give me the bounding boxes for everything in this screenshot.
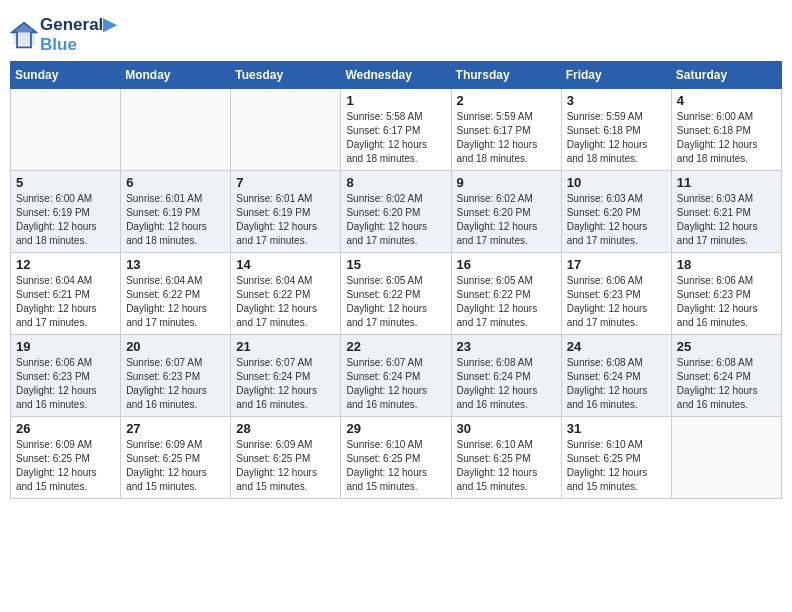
day-header-wednesday: Wednesday — [341, 62, 451, 89]
day-number: 16 — [457, 257, 556, 272]
day-info: Sunrise: 6:09 AM Sunset: 6:25 PM Dayligh… — [236, 438, 335, 494]
day-info: Sunrise: 6:01 AM Sunset: 6:19 PM Dayligh… — [126, 192, 225, 248]
day-info: Sunrise: 6:06 AM Sunset: 6:23 PM Dayligh… — [567, 274, 666, 330]
day-header-saturday: Saturday — [671, 62, 781, 89]
day-number: 18 — [677, 257, 776, 272]
calendar-cell: 1Sunrise: 5:58 AM Sunset: 6:17 PM Daylig… — [341, 89, 451, 171]
day-info: Sunrise: 6:10 AM Sunset: 6:25 PM Dayligh… — [567, 438, 666, 494]
day-info: Sunrise: 6:07 AM Sunset: 6:24 PM Dayligh… — [346, 356, 445, 412]
day-info: Sunrise: 6:00 AM Sunset: 6:18 PM Dayligh… — [677, 110, 776, 166]
calendar-cell: 18Sunrise: 6:06 AM Sunset: 6:23 PM Dayli… — [671, 253, 781, 335]
day-number: 7 — [236, 175, 335, 190]
calendar-cell: 8Sunrise: 6:02 AM Sunset: 6:20 PM Daylig… — [341, 171, 451, 253]
day-info: Sunrise: 6:05 AM Sunset: 6:22 PM Dayligh… — [346, 274, 445, 330]
day-info: Sunrise: 6:03 AM Sunset: 6:21 PM Dayligh… — [677, 192, 776, 248]
day-info: Sunrise: 6:02 AM Sunset: 6:20 PM Dayligh… — [346, 192, 445, 248]
calendar-cell: 31Sunrise: 6:10 AM Sunset: 6:25 PM Dayli… — [561, 417, 671, 499]
calendar-cell: 25Sunrise: 6:08 AM Sunset: 6:24 PM Dayli… — [671, 335, 781, 417]
day-info: Sunrise: 6:05 AM Sunset: 6:22 PM Dayligh… — [457, 274, 556, 330]
calendar-cell: 11Sunrise: 6:03 AM Sunset: 6:21 PM Dayli… — [671, 171, 781, 253]
calendar-cell: 30Sunrise: 6:10 AM Sunset: 6:25 PM Dayli… — [451, 417, 561, 499]
calendar-cell: 28Sunrise: 6:09 AM Sunset: 6:25 PM Dayli… — [231, 417, 341, 499]
day-header-tuesday: Tuesday — [231, 62, 341, 89]
calendar-cell: 9Sunrise: 6:02 AM Sunset: 6:20 PM Daylig… — [451, 171, 561, 253]
calendar-cell: 23Sunrise: 6:08 AM Sunset: 6:24 PM Dayli… — [451, 335, 561, 417]
calendar-cell: 24Sunrise: 6:08 AM Sunset: 6:24 PM Dayli… — [561, 335, 671, 417]
day-number: 20 — [126, 339, 225, 354]
day-number: 21 — [236, 339, 335, 354]
day-number: 3 — [567, 93, 666, 108]
day-number: 14 — [236, 257, 335, 272]
day-number: 17 — [567, 257, 666, 272]
day-number: 29 — [346, 421, 445, 436]
day-info: Sunrise: 6:09 AM Sunset: 6:25 PM Dayligh… — [16, 438, 115, 494]
day-number: 30 — [457, 421, 556, 436]
calendar-cell — [121, 89, 231, 171]
logo-text: General▶ Blue — [40, 14, 116, 55]
day-info: Sunrise: 6:04 AM Sunset: 6:22 PM Dayligh… — [236, 274, 335, 330]
day-header-monday: Monday — [121, 62, 231, 89]
day-number: 25 — [677, 339, 776, 354]
day-number: 1 — [346, 93, 445, 108]
day-info: Sunrise: 6:09 AM Sunset: 6:25 PM Dayligh… — [126, 438, 225, 494]
svg-marker-4 — [12, 22, 37, 32]
calendar-cell: 29Sunrise: 6:10 AM Sunset: 6:25 PM Dayli… — [341, 417, 451, 499]
day-number: 12 — [16, 257, 115, 272]
day-info: Sunrise: 6:04 AM Sunset: 6:21 PM Dayligh… — [16, 274, 115, 330]
calendar-cell: 16Sunrise: 6:05 AM Sunset: 6:22 PM Dayli… — [451, 253, 561, 335]
day-info: Sunrise: 6:08 AM Sunset: 6:24 PM Dayligh… — [567, 356, 666, 412]
day-info: Sunrise: 6:07 AM Sunset: 6:24 PM Dayligh… — [236, 356, 335, 412]
day-number: 6 — [126, 175, 225, 190]
day-info: Sunrise: 5:59 AM Sunset: 6:18 PM Dayligh… — [567, 110, 666, 166]
calendar-cell — [231, 89, 341, 171]
week-row-4: 19Sunrise: 6:06 AM Sunset: 6:23 PM Dayli… — [11, 335, 782, 417]
logo: General▶ Blue — [10, 14, 116, 55]
calendar-cell: 5Sunrise: 6:00 AM Sunset: 6:19 PM Daylig… — [11, 171, 121, 253]
day-number: 8 — [346, 175, 445, 190]
days-header-row: SundayMondayTuesdayWednesdayThursdayFrid… — [11, 62, 782, 89]
calendar-cell: 10Sunrise: 6:03 AM Sunset: 6:20 PM Dayli… — [561, 171, 671, 253]
week-row-3: 12Sunrise: 6:04 AM Sunset: 6:21 PM Dayli… — [11, 253, 782, 335]
page-header: General▶ Blue — [10, 10, 782, 55]
day-number: 10 — [567, 175, 666, 190]
day-info: Sunrise: 6:06 AM Sunset: 6:23 PM Dayligh… — [16, 356, 115, 412]
calendar-cell — [11, 89, 121, 171]
calendar: SundayMondayTuesdayWednesdayThursdayFrid… — [10, 61, 782, 499]
logo-icon — [10, 21, 38, 49]
day-header-sunday: Sunday — [11, 62, 121, 89]
day-info: Sunrise: 6:10 AM Sunset: 6:25 PM Dayligh… — [346, 438, 445, 494]
calendar-cell: 7Sunrise: 6:01 AM Sunset: 6:19 PM Daylig… — [231, 171, 341, 253]
day-info: Sunrise: 5:59 AM Sunset: 6:17 PM Dayligh… — [457, 110, 556, 166]
day-info: Sunrise: 6:02 AM Sunset: 6:20 PM Dayligh… — [457, 192, 556, 248]
day-info: Sunrise: 6:08 AM Sunset: 6:24 PM Dayligh… — [457, 356, 556, 412]
calendar-cell: 22Sunrise: 6:07 AM Sunset: 6:24 PM Dayli… — [341, 335, 451, 417]
day-number: 15 — [346, 257, 445, 272]
calendar-cell: 27Sunrise: 6:09 AM Sunset: 6:25 PM Dayli… — [121, 417, 231, 499]
calendar-cell: 21Sunrise: 6:07 AM Sunset: 6:24 PM Dayli… — [231, 335, 341, 417]
day-number: 28 — [236, 421, 335, 436]
day-number: 9 — [457, 175, 556, 190]
calendar-cell: 20Sunrise: 6:07 AM Sunset: 6:23 PM Dayli… — [121, 335, 231, 417]
day-number: 23 — [457, 339, 556, 354]
calendar-cell: 13Sunrise: 6:04 AM Sunset: 6:22 PM Dayli… — [121, 253, 231, 335]
week-row-5: 26Sunrise: 6:09 AM Sunset: 6:25 PM Dayli… — [11, 417, 782, 499]
calendar-cell: 3Sunrise: 5:59 AM Sunset: 6:18 PM Daylig… — [561, 89, 671, 171]
calendar-cell: 26Sunrise: 6:09 AM Sunset: 6:25 PM Dayli… — [11, 417, 121, 499]
day-info: Sunrise: 6:07 AM Sunset: 6:23 PM Dayligh… — [126, 356, 225, 412]
week-row-2: 5Sunrise: 6:00 AM Sunset: 6:19 PM Daylig… — [11, 171, 782, 253]
day-info: Sunrise: 6:04 AM Sunset: 6:22 PM Dayligh… — [126, 274, 225, 330]
day-info: Sunrise: 6:10 AM Sunset: 6:25 PM Dayligh… — [457, 438, 556, 494]
calendar-cell: 4Sunrise: 6:00 AM Sunset: 6:18 PM Daylig… — [671, 89, 781, 171]
day-info: Sunrise: 5:58 AM Sunset: 6:17 PM Dayligh… — [346, 110, 445, 166]
day-info: Sunrise: 6:06 AM Sunset: 6:23 PM Dayligh… — [677, 274, 776, 330]
calendar-cell: 15Sunrise: 6:05 AM Sunset: 6:22 PM Dayli… — [341, 253, 451, 335]
calendar-cell: 19Sunrise: 6:06 AM Sunset: 6:23 PM Dayli… — [11, 335, 121, 417]
calendar-cell: 14Sunrise: 6:04 AM Sunset: 6:22 PM Dayli… — [231, 253, 341, 335]
day-number: 27 — [126, 421, 225, 436]
day-header-thursday: Thursday — [451, 62, 561, 89]
day-number: 13 — [126, 257, 225, 272]
calendar-cell — [671, 417, 781, 499]
calendar-cell: 6Sunrise: 6:01 AM Sunset: 6:19 PM Daylig… — [121, 171, 231, 253]
calendar-cell: 2Sunrise: 5:59 AM Sunset: 6:17 PM Daylig… — [451, 89, 561, 171]
calendar-cell: 17Sunrise: 6:06 AM Sunset: 6:23 PM Dayli… — [561, 253, 671, 335]
